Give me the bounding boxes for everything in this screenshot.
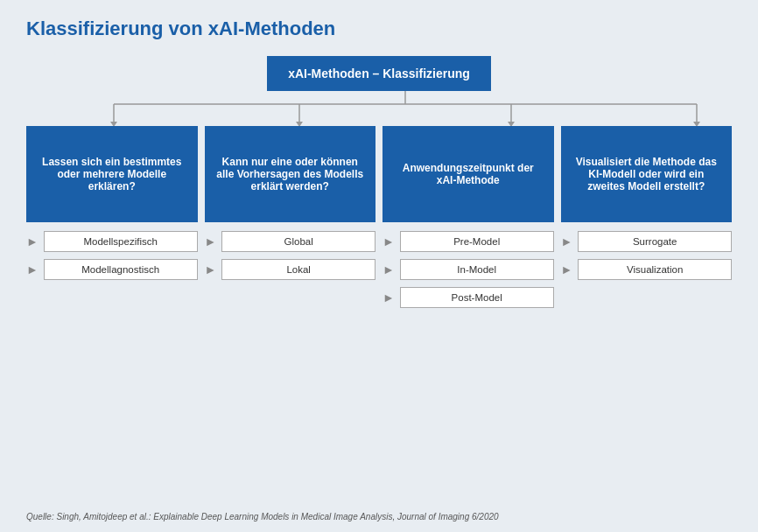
root-container: xAI-Methoden – Klassifizierung — [26, 56, 732, 91]
arrow-icon: ► — [561, 234, 573, 248]
root-box: xAI-Methoden – Klassifizierung — [267, 56, 491, 91]
arrow-icon: ► — [26, 234, 39, 248]
arrow-icon: ► — [205, 234, 217, 248]
answer-item: ► In-Model — [383, 259, 554, 280]
answer-item: ► Pre-Model — [383, 231, 554, 252]
question-box-2: Kann nur eine oder können alle Vorhersag… — [205, 126, 376, 222]
answer-box: Lokal — [221, 259, 375, 280]
answer-box: Pre-Model — [400, 231, 554, 252]
arrow-icon: ► — [205, 262, 217, 276]
answer-box: Post-Model — [400, 287, 554, 308]
arrow-icon: ► — [383, 234, 395, 248]
question-box-3: Anwendungs­zeitpunkt der xAI-Methode — [383, 126, 554, 222]
answer-box: Surrogate — [578, 231, 732, 252]
answer-item: ► Visualization — [561, 259, 733, 280]
answer-box: Global — [221, 231, 375, 252]
answer-box: Modellagnostisch — [44, 259, 198, 280]
column-2: Kann nur eine oder können alle Vorhersag… — [205, 126, 376, 308]
answer-item: ► Lokal — [205, 259, 376, 280]
answer-list-2: ► Global ► Lokal — [205, 231, 376, 280]
diagram: xAI-Methoden – Klassifizierung — [26, 56, 732, 308]
root-connectors-svg — [26, 91, 732, 126]
arrow-icon: ► — [561, 262, 573, 276]
answer-box: Modellspezifisch — [44, 231, 198, 252]
answer-box: In-Model — [400, 259, 554, 280]
arrow-icon: ► — [383, 262, 395, 276]
question-box-1: Lassen sich ein bestimmtes oder mehrere … — [26, 126, 198, 222]
page-title: Klassifizierung von xAI-Methoden — [26, 18, 732, 40]
answer-item: ► Global — [205, 231, 376, 252]
column-4: Visualisiert die Methode das KI-Modell o… — [561, 126, 733, 308]
answer-list-3: ► Pre-Model ► In-Model ► Post-Model — [383, 231, 554, 308]
column-1: Lassen sich ein bestimmtes oder mehrere … — [26, 126, 198, 308]
answer-item: ► Surrogate — [561, 231, 733, 252]
arrow-icon: ► — [383, 290, 395, 304]
source-text: Quelle: Singh, Amitojdeep et al.: Explai… — [26, 512, 499, 522]
answer-item: ► Post-Model — [383, 287, 554, 308]
answer-list-1: ► Modellspezifisch ► Modellagnostisch — [26, 231, 198, 280]
answer-list-4: ► Surrogate ► Visualization — [561, 231, 733, 280]
arrow-icon: ► — [26, 262, 39, 276]
column-3: Anwendungs­zeitpunkt der xAI-Methode ► P… — [383, 126, 554, 308]
question-box-4: Visualisiert die Methode das KI-Modell o… — [561, 126, 733, 222]
answer-item: ► Modellagnostisch — [26, 259, 198, 280]
answer-item: ► Modellspezifisch — [26, 231, 198, 252]
answer-box: Visualization — [578, 259, 732, 280]
page: Klassifizierung von xAI-Methoden xAI-Met… — [0, 0, 758, 532]
columns: Lassen sich ein bestimmtes oder mehrere … — [26, 126, 732, 308]
